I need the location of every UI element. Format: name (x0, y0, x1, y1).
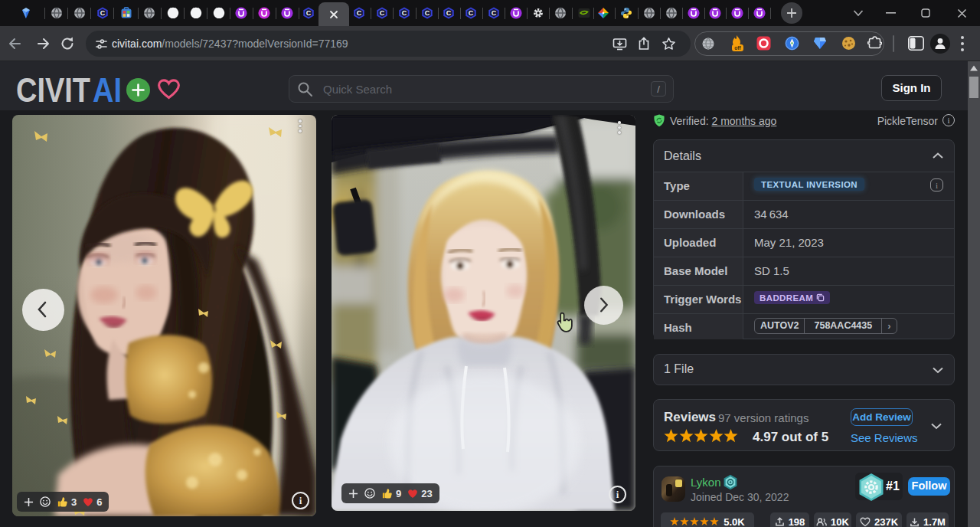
svg-text:AI: AI (93, 76, 122, 104)
svg-text:C: C (492, 9, 497, 17)
svg-text:CIVIT: CIVIT (16, 76, 90, 104)
svg-text:C: C (469, 9, 474, 17)
svg-text:C: C (446, 9, 452, 17)
svg-text:C: C (357, 9, 362, 17)
svg-text:C: C (100, 9, 106, 17)
svg-text:off: off (734, 45, 741, 51)
svg-text:C: C (425, 9, 430, 17)
svg-text:C: C (306, 9, 312, 17)
svg-text:C: C (380, 9, 385, 17)
svg-text:C: C (402, 9, 407, 17)
